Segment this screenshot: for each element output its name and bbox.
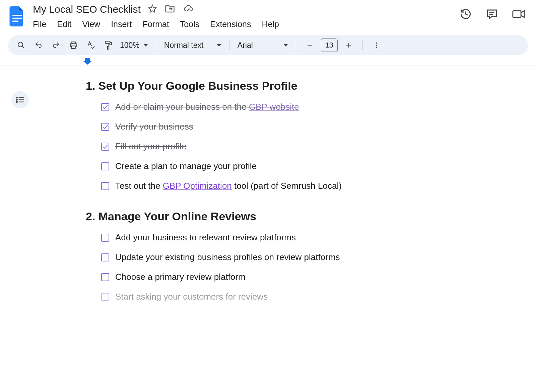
checklist-section-2: Add your business to relevant review pla… xyxy=(86,232,402,302)
toolbar: 100% Normal text Arial 13 xyxy=(8,35,528,55)
checkbox-icon[interactable] xyxy=(101,234,109,242)
more-icon[interactable] xyxy=(371,40,382,51)
svg-point-24 xyxy=(16,101,17,102)
list-item[interactable]: Verify your business xyxy=(101,122,402,132)
menu-extensions[interactable]: Extensions xyxy=(210,19,251,29)
menu-format[interactable]: Format xyxy=(143,19,169,29)
list-item[interactable]: Test out the GBP Optimization tool (part… xyxy=(101,181,402,191)
menu-tools[interactable]: Tools xyxy=(180,19,199,29)
svg-point-22 xyxy=(16,99,17,100)
svg-rect-10 xyxy=(72,46,75,49)
menu-help[interactable]: Help xyxy=(262,19,279,29)
checkbox-icon[interactable] xyxy=(101,143,109,151)
title-bar: My Local SEO Checklist File Edit View In… xyxy=(0,0,536,32)
checkbox-icon[interactable] xyxy=(101,123,109,131)
link[interactable]: GBP Optimization xyxy=(163,181,232,191)
cloud-icon[interactable] xyxy=(183,5,193,14)
svg-line-8 xyxy=(22,46,24,48)
font-size-input[interactable]: 13 xyxy=(321,38,338,52)
chevron-down-icon xyxy=(284,44,288,47)
docs-logo[interactable] xyxy=(8,5,26,28)
checkbox-icon[interactable] xyxy=(101,103,109,111)
checklist-section-1: Add or claim your business on the GBP we… xyxy=(86,102,402,191)
checkbox-icon[interactable] xyxy=(101,253,109,261)
list-item[interactable]: Choose a primary review platform xyxy=(101,272,402,282)
comment-icon[interactable] xyxy=(486,8,498,21)
svg-point-7 xyxy=(18,42,23,47)
list-item[interactable]: Create a plan to manage your profile xyxy=(101,161,402,171)
checkbox-icon[interactable] xyxy=(101,273,109,281)
font-size-increase[interactable] xyxy=(343,40,354,51)
format-paint-icon[interactable] xyxy=(103,40,114,51)
checkbox-icon[interactable] xyxy=(101,162,109,170)
svg-rect-2 xyxy=(12,21,18,22)
heading-section-2[interactable]: 2. Manage Your Online Reviews xyxy=(86,210,402,223)
menu-edit[interactable]: Edit xyxy=(57,19,71,29)
indent-marker[interactable] xyxy=(83,61,91,65)
svg-point-19 xyxy=(376,47,377,48)
tab-stop-marker[interactable] xyxy=(85,58,90,61)
ruler[interactable] xyxy=(0,58,536,66)
list-item[interactable]: Start asking your customers for reviews xyxy=(101,292,402,302)
menu-bar: File Edit View Insert Format Tools Exten… xyxy=(31,16,454,32)
svg-marker-3 xyxy=(149,5,156,12)
svg-rect-1 xyxy=(12,18,22,19)
menu-file[interactable]: File xyxy=(33,19,46,29)
svg-rect-12 xyxy=(105,41,110,43)
document-title[interactable]: My Local SEO Checklist xyxy=(31,3,142,16)
list-item[interactable]: Add your business to relevant review pla… xyxy=(101,232,402,243)
svg-point-20 xyxy=(16,97,17,98)
print-icon[interactable] xyxy=(68,40,79,51)
chevron-down-icon xyxy=(144,44,148,47)
zoom-select[interactable]: 100% xyxy=(120,41,148,50)
video-icon[interactable] xyxy=(512,9,525,21)
spellcheck-icon[interactable] xyxy=(85,40,96,51)
history-icon[interactable] xyxy=(460,8,472,21)
undo-icon[interactable] xyxy=(33,40,44,51)
svg-rect-6 xyxy=(513,11,521,17)
document-body[interactable]: 1. Set Up Your Google Business Profile A… xyxy=(0,66,402,302)
menu-insert[interactable]: Insert xyxy=(111,19,132,29)
outline-toggle[interactable] xyxy=(11,91,29,108)
list-item[interactable]: Add or claim your business on the GBP we… xyxy=(101,102,402,112)
search-icon[interactable] xyxy=(15,40,27,51)
move-icon[interactable] xyxy=(165,4,175,14)
star-icon[interactable] xyxy=(148,4,157,14)
menu-view[interactable]: View xyxy=(82,19,100,29)
font-select[interactable]: Arial xyxy=(238,41,288,50)
svg-point-18 xyxy=(376,45,377,46)
checkbox-icon[interactable] xyxy=(101,182,109,190)
font-size-decrease[interactable] xyxy=(304,40,316,51)
list-item[interactable]: Fill out your profile xyxy=(101,141,402,152)
redo-icon[interactable] xyxy=(50,40,62,51)
svg-rect-0 xyxy=(12,15,22,16)
svg-point-17 xyxy=(376,43,377,44)
heading-section-1[interactable]: 1. Set Up Your Google Business Profile xyxy=(86,79,402,92)
paragraph-style-select[interactable]: Normal text xyxy=(164,41,221,50)
svg-rect-13 xyxy=(108,46,109,49)
chevron-down-icon xyxy=(217,44,221,47)
link[interactable]: GBP website xyxy=(249,102,299,112)
list-item[interactable]: Update your existing business profiles o… xyxy=(101,252,402,262)
checkbox-icon[interactable] xyxy=(101,293,109,301)
